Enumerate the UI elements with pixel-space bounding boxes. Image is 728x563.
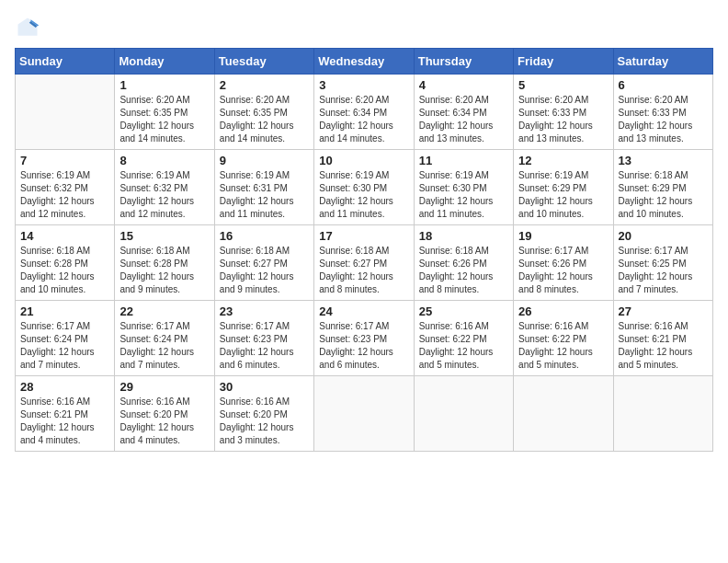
day-number: 20 bbox=[619, 229, 708, 243]
calendar-cell bbox=[16, 75, 115, 150]
day-info: Sunrise: 6:18 AM Sunset: 6:28 PM Dayligh… bbox=[20, 245, 109, 296]
weekday-header: Monday bbox=[115, 49, 214, 75]
calendar-cell: 18Sunrise: 6:18 AM Sunset: 6:26 PM Dayli… bbox=[414, 225, 513, 301]
weekday-header: Friday bbox=[514, 49, 613, 75]
day-number: 11 bbox=[419, 154, 508, 167]
day-info: Sunrise: 6:16 AM Sunset: 6:20 PM Dayligh… bbox=[220, 396, 309, 447]
weekday-header: Sunday bbox=[16, 49, 115, 75]
day-info: Sunrise: 6:19 AM Sunset: 6:32 PM Dayligh… bbox=[119, 169, 209, 221]
weekday-header: Thursday bbox=[414, 49, 513, 75]
calendar-cell: 8Sunrise: 6:19 AM Sunset: 6:32 PM Daylig… bbox=[115, 150, 214, 225]
calendar-week-row: 14Sunrise: 6:18 AM Sunset: 6:28 PM Dayli… bbox=[16, 225, 713, 301]
calendar-cell: 11Sunrise: 6:19 AM Sunset: 6:30 PM Dayli… bbox=[414, 150, 513, 225]
calendar-cell: 13Sunrise: 6:18 AM Sunset: 6:29 PM Dayli… bbox=[613, 150, 712, 225]
day-number: 6 bbox=[619, 78, 708, 92]
calendar-cell: 14Sunrise: 6:18 AM Sunset: 6:28 PM Dayli… bbox=[16, 225, 115, 301]
day-number: 19 bbox=[518, 229, 608, 243]
calendar-cell: 5Sunrise: 6:20 AM Sunset: 6:33 PM Daylig… bbox=[514, 75, 613, 150]
day-info: Sunrise: 6:18 AM Sunset: 6:29 PM Dayligh… bbox=[619, 169, 708, 221]
day-number: 16 bbox=[220, 229, 309, 243]
calendar-cell: 16Sunrise: 6:18 AM Sunset: 6:27 PM Dayli… bbox=[214, 225, 313, 301]
day-info: Sunrise: 6:16 AM Sunset: 6:21 PM Dayligh… bbox=[20, 396, 109, 447]
day-number: 15 bbox=[119, 229, 209, 243]
svg-marker-0 bbox=[18, 18, 38, 36]
day-info: Sunrise: 6:18 AM Sunset: 6:28 PM Dayligh… bbox=[119, 245, 209, 296]
calendar-cell: 30Sunrise: 6:16 AM Sunset: 6:20 PM Dayli… bbox=[214, 376, 313, 452]
day-info: Sunrise: 6:18 AM Sunset: 6:27 PM Dayligh… bbox=[319, 245, 408, 296]
day-info: Sunrise: 6:17 AM Sunset: 6:26 PM Dayligh… bbox=[518, 245, 608, 296]
calendar-cell: 4Sunrise: 6:20 AM Sunset: 6:34 PM Daylig… bbox=[414, 75, 513, 150]
calendar-cell: 17Sunrise: 6:18 AM Sunset: 6:27 PM Dayli… bbox=[314, 225, 414, 301]
day-number: 12 bbox=[518, 154, 608, 167]
calendar-cell: 15Sunrise: 6:18 AM Sunset: 6:28 PM Dayli… bbox=[115, 225, 214, 301]
day-number: 21 bbox=[20, 304, 109, 318]
calendar-cell: 28Sunrise: 6:16 AM Sunset: 6:21 PM Dayli… bbox=[16, 376, 115, 452]
day-number: 18 bbox=[419, 229, 508, 243]
day-info: Sunrise: 6:20 AM Sunset: 6:34 PM Dayligh… bbox=[319, 94, 408, 145]
day-info: Sunrise: 6:17 AM Sunset: 6:24 PM Dayligh… bbox=[20, 320, 109, 372]
day-info: Sunrise: 6:16 AM Sunset: 6:22 PM Dayligh… bbox=[419, 320, 508, 372]
day-info: Sunrise: 6:16 AM Sunset: 6:21 PM Dayligh… bbox=[619, 320, 708, 372]
weekday-header: Tuesday bbox=[214, 49, 313, 75]
day-number: 13 bbox=[619, 154, 708, 167]
day-number: 14 bbox=[20, 229, 109, 243]
calendar-cell: 3Sunrise: 6:20 AM Sunset: 6:34 PM Daylig… bbox=[314, 75, 414, 150]
weekday-header: Saturday bbox=[613, 49, 712, 75]
day-number: 7 bbox=[20, 154, 109, 167]
calendar-cell bbox=[414, 376, 513, 452]
calendar-week-row: 21Sunrise: 6:17 AM Sunset: 6:24 PM Dayli… bbox=[16, 301, 713, 376]
calendar-cell: 21Sunrise: 6:17 AM Sunset: 6:24 PM Dayli… bbox=[16, 301, 115, 376]
day-info: Sunrise: 6:16 AM Sunset: 6:22 PM Dayligh… bbox=[518, 320, 608, 372]
day-number: 30 bbox=[220, 380, 309, 394]
day-info: Sunrise: 6:17 AM Sunset: 6:23 PM Dayligh… bbox=[319, 320, 408, 372]
day-info: Sunrise: 6:17 AM Sunset: 6:25 PM Dayligh… bbox=[619, 245, 708, 296]
day-number: 1 bbox=[119, 78, 209, 92]
day-number: 26 bbox=[518, 304, 608, 318]
day-info: Sunrise: 6:17 AM Sunset: 6:24 PM Dayligh… bbox=[119, 320, 209, 372]
calendar-week-row: 1Sunrise: 6:20 AM Sunset: 6:35 PM Daylig… bbox=[16, 75, 713, 150]
calendar-cell: 29Sunrise: 6:16 AM Sunset: 6:20 PM Dayli… bbox=[115, 376, 214, 452]
calendar-cell: 19Sunrise: 6:17 AM Sunset: 6:26 PM Dayli… bbox=[514, 225, 613, 301]
calendar-week-row: 28Sunrise: 6:16 AM Sunset: 6:21 PM Dayli… bbox=[16, 376, 713, 452]
day-number: 10 bbox=[319, 154, 408, 167]
calendar-cell: 20Sunrise: 6:17 AM Sunset: 6:25 PM Dayli… bbox=[613, 225, 712, 301]
day-number: 3 bbox=[319, 78, 408, 92]
day-info: Sunrise: 6:19 AM Sunset: 6:30 PM Dayligh… bbox=[319, 169, 408, 221]
day-info: Sunrise: 6:20 AM Sunset: 6:33 PM Dayligh… bbox=[619, 94, 708, 145]
calendar-cell: 1Sunrise: 6:20 AM Sunset: 6:35 PM Daylig… bbox=[115, 75, 214, 150]
day-info: Sunrise: 6:17 AM Sunset: 6:23 PM Dayligh… bbox=[220, 320, 309, 372]
day-info: Sunrise: 6:19 AM Sunset: 6:31 PM Dayligh… bbox=[220, 169, 309, 221]
day-number: 5 bbox=[518, 78, 608, 92]
day-number: 28 bbox=[20, 380, 109, 394]
logo bbox=[15, 15, 44, 40]
day-info: Sunrise: 6:18 AM Sunset: 6:27 PM Dayligh… bbox=[220, 245, 309, 296]
day-number: 23 bbox=[220, 304, 309, 318]
day-info: Sunrise: 6:20 AM Sunset: 6:33 PM Dayligh… bbox=[518, 94, 608, 145]
day-number: 22 bbox=[119, 304, 209, 318]
calendar-cell: 12Sunrise: 6:19 AM Sunset: 6:29 PM Dayli… bbox=[514, 150, 613, 225]
day-number: 9 bbox=[220, 154, 309, 167]
day-number: 17 bbox=[319, 229, 408, 243]
calendar-cell: 27Sunrise: 6:16 AM Sunset: 6:21 PM Dayli… bbox=[613, 301, 712, 376]
calendar-table: SundayMondayTuesdayWednesdayThursdayFrid… bbox=[15, 48, 713, 452]
day-info: Sunrise: 6:19 AM Sunset: 6:32 PM Dayligh… bbox=[20, 169, 109, 221]
calendar-cell: 6Sunrise: 6:20 AM Sunset: 6:33 PM Daylig… bbox=[613, 75, 712, 150]
day-info: Sunrise: 6:20 AM Sunset: 6:35 PM Dayligh… bbox=[220, 94, 309, 145]
calendar-cell bbox=[613, 376, 712, 452]
day-info: Sunrise: 6:18 AM Sunset: 6:26 PM Dayligh… bbox=[419, 245, 508, 296]
calendar-cell: 24Sunrise: 6:17 AM Sunset: 6:23 PM Dayli… bbox=[314, 301, 414, 376]
calendar-cell bbox=[514, 376, 613, 452]
calendar-header-row: SundayMondayTuesdayWednesdayThursdayFrid… bbox=[16, 49, 713, 75]
calendar-cell bbox=[314, 376, 414, 452]
day-number: 29 bbox=[119, 380, 209, 394]
day-info: Sunrise: 6:16 AM Sunset: 6:20 PM Dayligh… bbox=[119, 396, 209, 447]
day-number: 25 bbox=[419, 304, 508, 318]
day-number: 2 bbox=[220, 78, 309, 92]
day-number: 4 bbox=[419, 78, 508, 92]
calendar-week-row: 7Sunrise: 6:19 AM Sunset: 6:32 PM Daylig… bbox=[16, 150, 713, 225]
calendar-cell: 23Sunrise: 6:17 AM Sunset: 6:23 PM Dayli… bbox=[214, 301, 313, 376]
calendar-cell: 10Sunrise: 6:19 AM Sunset: 6:30 PM Dayli… bbox=[314, 150, 414, 225]
calendar-cell: 26Sunrise: 6:16 AM Sunset: 6:22 PM Dayli… bbox=[514, 301, 613, 376]
calendar-cell: 25Sunrise: 6:16 AM Sunset: 6:22 PM Dayli… bbox=[414, 301, 513, 376]
day-info: Sunrise: 6:19 AM Sunset: 6:30 PM Dayligh… bbox=[419, 169, 508, 221]
